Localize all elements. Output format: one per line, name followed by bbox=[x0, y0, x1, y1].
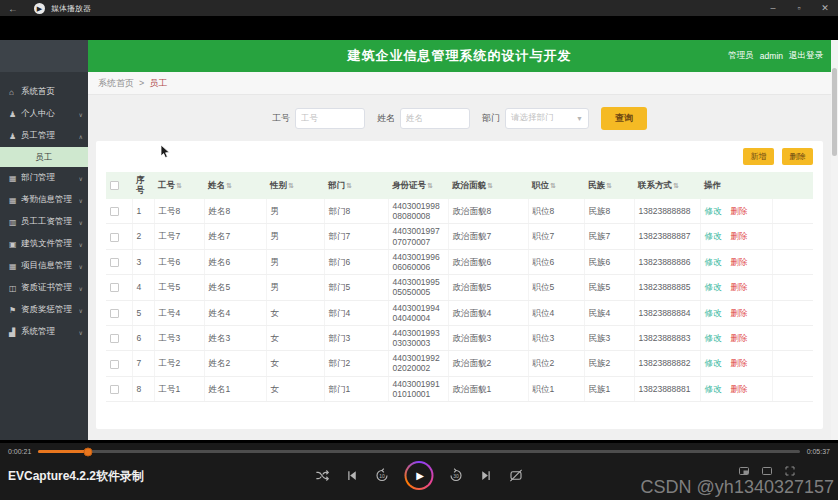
sort-icon[interactable]: ⇅ bbox=[427, 182, 433, 189]
sidebar-item-department-mgmt[interactable]: ▦ 部门管理 ∨ bbox=[0, 167, 88, 189]
sidebar-item-home[interactable]: ⌂ 系统首页 bbox=[0, 81, 88, 103]
play-button[interactable]: ▶ bbox=[405, 461, 434, 490]
back-icon[interactable]: ← bbox=[0, 3, 26, 14]
col-header-phone[interactable]: 联系方式⇅ bbox=[634, 172, 700, 199]
cell-id_card: 440300199505050005 bbox=[388, 275, 448, 300]
delete-link[interactable]: 删除 bbox=[731, 333, 748, 343]
sort-icon[interactable]: ⇅ bbox=[550, 182, 556, 189]
cell-dept: 部门1 bbox=[324, 376, 388, 401]
webpage: ⌂ 系统首页 ♟ 个人中心 ∨ ♟ 员工管理 ∧ 员工 ▦ 部门管理 ∨ ▦ 考… bbox=[0, 40, 838, 440]
col-header-ethnic[interactable]: 民族⇅ bbox=[584, 172, 634, 199]
cast-icon[interactable] bbox=[761, 465, 773, 477]
sidebar-item-system-mgmt[interactable]: ▟ 系统管理 ∨ bbox=[0, 321, 88, 343]
csdn-watermark: CSDN @yh1340327157 bbox=[641, 477, 834, 498]
scrollbar[interactable] bbox=[831, 40, 838, 440]
file-icon: ▣ bbox=[9, 240, 21, 249]
name-input[interactable] bbox=[400, 108, 470, 129]
col-header-name[interactable]: 姓名⇅ bbox=[204, 172, 266, 199]
cell-id_card: 440300199202020002 bbox=[388, 351, 448, 376]
add-button[interactable]: 新增 bbox=[743, 148, 774, 165]
cell-ethnic: 民族4 bbox=[584, 300, 634, 325]
seek-handle[interactable] bbox=[83, 447, 92, 456]
row-checkbox[interactable] bbox=[110, 207, 119, 216]
breadcrumb-root[interactable]: 系统首页 bbox=[98, 77, 134, 90]
delete-button[interactable]: 删除 bbox=[782, 148, 813, 165]
row-checkbox[interactable] bbox=[110, 309, 119, 318]
sidebar-item-project-mgmt[interactable]: ▦ 项目信息管理 ∨ bbox=[0, 255, 88, 277]
cell-political: 政治面貌1 bbox=[448, 376, 528, 401]
select-all-checkbox[interactable] bbox=[110, 181, 119, 190]
edit-link[interactable]: 修改 bbox=[705, 384, 722, 394]
dept-select[interactable]: 请选择部门 ▼ bbox=[505, 108, 589, 129]
sidebar-item-reward-mgmt[interactable]: ⚑ 资质奖惩管理 ∨ bbox=[0, 299, 88, 321]
edit-link[interactable]: 修改 bbox=[705, 358, 722, 368]
cell-name: 姓名2 bbox=[204, 351, 266, 376]
sidebar-item-certificate-mgmt[interactable]: ◫ 资质证书管理 ∨ bbox=[0, 277, 88, 299]
delete-link[interactable]: 删除 bbox=[731, 206, 748, 216]
screen: ← ▶ 媒体播放器 – ▫ ✕ ⌂ 系统首页 ♟ 个人中心 ∨ ♟ 员工管理 ∧… bbox=[0, 0, 838, 500]
repeat-off-icon[interactable] bbox=[509, 468, 524, 483]
cell-gender: 男 bbox=[266, 199, 324, 224]
delete-link[interactable]: 删除 bbox=[731, 231, 748, 241]
fullscreen-icon[interactable] bbox=[784, 465, 796, 477]
svg-text:30: 30 bbox=[453, 473, 459, 479]
edit-link[interactable]: 修改 bbox=[705, 206, 722, 216]
rewind-10-icon[interactable]: 10 bbox=[375, 468, 390, 483]
cell-dept: 部门5 bbox=[324, 275, 388, 300]
logout-link[interactable]: 退出登录 bbox=[789, 50, 823, 62]
row-checkbox[interactable] bbox=[110, 258, 119, 267]
col-header-id_card[interactable]: 身份证号⇅ bbox=[388, 172, 448, 199]
sidebar-item-attendance-mgmt[interactable]: ▦ 考勤信息管理 ∨ bbox=[0, 189, 88, 211]
col-header-emp_no[interactable]: 工号⇅ bbox=[154, 172, 204, 199]
minimize-button[interactable]: – bbox=[760, 0, 786, 16]
row-checkbox[interactable] bbox=[110, 360, 119, 369]
query-button[interactable]: 查询 bbox=[601, 107, 647, 130]
edit-link[interactable]: 修改 bbox=[705, 231, 722, 241]
app-title: 媒体播放器 bbox=[51, 3, 91, 14]
sidebar-item-employee-mgmt[interactable]: ♟ 员工管理 ∧ bbox=[0, 125, 88, 147]
close-button[interactable]: ✕ bbox=[812, 0, 838, 16]
col-header-position[interactable]: 职位⇅ bbox=[528, 172, 584, 199]
scrollbar-thumb[interactable] bbox=[832, 68, 837, 156]
row-checkbox[interactable] bbox=[110, 385, 119, 394]
sort-icon[interactable]: ⇅ bbox=[288, 182, 294, 189]
empno-input[interactable] bbox=[295, 108, 365, 129]
edit-link[interactable]: 修改 bbox=[705, 257, 722, 267]
sidebar-item-document-mgmt[interactable]: ▣ 建筑文件管理 ∨ bbox=[0, 233, 88, 255]
miniplayer-icon[interactable] bbox=[738, 465, 750, 477]
shuffle-icon[interactable] bbox=[315, 468, 330, 483]
edit-link[interactable]: 修改 bbox=[705, 282, 722, 292]
delete-link[interactable]: 删除 bbox=[731, 358, 748, 368]
sort-icon[interactable]: ⇅ bbox=[346, 182, 352, 189]
row-checkbox[interactable] bbox=[110, 283, 119, 292]
row-checkbox[interactable] bbox=[110, 334, 119, 343]
video-frame: ⌂ 系统首页 ♟ 个人中心 ∨ ♟ 员工管理 ∧ 员工 ▦ 部门管理 ∨ ▦ 考… bbox=[0, 16, 838, 443]
delete-link[interactable]: 删除 bbox=[731, 384, 748, 394]
sort-icon[interactable]: ⇅ bbox=[673, 182, 679, 189]
col-header-index: 序号 bbox=[132, 172, 154, 199]
edit-link[interactable]: 修改 bbox=[705, 333, 722, 343]
sort-icon[interactable]: ⇅ bbox=[226, 182, 232, 189]
seek-bar[interactable] bbox=[38, 450, 799, 453]
forward-30-icon[interactable]: 30 bbox=[449, 468, 464, 483]
edit-link[interactable]: 修改 bbox=[705, 308, 722, 318]
next-track-icon[interactable] bbox=[479, 468, 494, 483]
sidebar-item-profile[interactable]: ♟ 个人中心 ∨ bbox=[0, 103, 88, 125]
sort-icon[interactable]: ⇅ bbox=[176, 182, 182, 189]
row-checkbox[interactable] bbox=[110, 233, 119, 242]
sort-icon[interactable]: ⇅ bbox=[606, 182, 612, 189]
sort-icon[interactable]: ⇅ bbox=[487, 182, 493, 189]
maximize-button[interactable]: ▫ bbox=[786, 0, 812, 16]
col-header-gender[interactable]: 性别⇅ bbox=[266, 172, 324, 199]
delete-link[interactable]: 删除 bbox=[731, 257, 748, 267]
sidebar-item-salary-mgmt[interactable]: ▥ 员工工资管理 ∨ bbox=[0, 211, 88, 233]
player-controls: 0:00:21 0:05:37 EVCapture4.2.2软件录制 bbox=[0, 443, 838, 500]
delete-link[interactable]: 删除 bbox=[731, 282, 748, 292]
sidebar-subitem-employee[interactable]: 员工 bbox=[0, 147, 88, 167]
delete-link[interactable]: 删除 bbox=[731, 308, 748, 318]
col-header-political[interactable]: 政治面貌⇅ bbox=[448, 172, 528, 199]
cell-political: 政治面貌2 bbox=[448, 351, 528, 376]
col-header-dept[interactable]: 部门⇅ bbox=[324, 172, 388, 199]
previous-track-icon[interactable] bbox=[345, 468, 360, 483]
table-row: 1工号8姓名8男部门8440300199808080008政治面貌8职位8民族8… bbox=[106, 199, 813, 224]
